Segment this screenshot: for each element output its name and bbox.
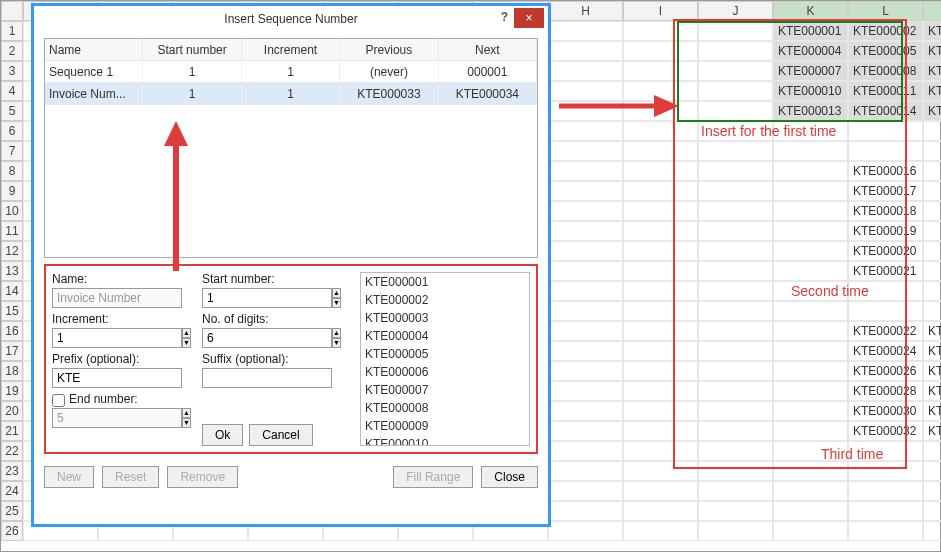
row-header[interactable]: 14 (1, 281, 23, 301)
cell[interactable] (698, 161, 773, 181)
cell[interactable] (773, 281, 848, 301)
row-header[interactable]: 24 (1, 481, 23, 501)
cell[interactable] (773, 141, 848, 161)
cell[interactable] (698, 141, 773, 161)
cell[interactable] (623, 301, 698, 321)
cell[interactable] (623, 281, 698, 301)
cell[interactable]: KTE000033 (923, 421, 941, 441)
cell[interactable] (698, 61, 773, 81)
suffix-input[interactable] (202, 368, 332, 388)
cell[interactable] (923, 441, 941, 461)
cell[interactable]: KTE000011 (848, 81, 923, 101)
cell[interactable]: KTE000026 (848, 361, 923, 381)
reset-button[interactable]: Reset (102, 466, 159, 488)
cell[interactable]: KTE000030 (848, 401, 923, 421)
cell[interactable] (773, 461, 848, 481)
fill-range-button[interactable]: Fill Range (393, 466, 473, 488)
spin-up[interactable]: ▲ (332, 328, 341, 338)
cell[interactable] (548, 301, 623, 321)
cell[interactable] (548, 401, 623, 421)
cell[interactable] (698, 301, 773, 321)
cell[interactable] (773, 261, 848, 281)
cell[interactable] (923, 521, 941, 541)
row-header[interactable]: 10 (1, 201, 23, 221)
cell[interactable] (623, 481, 698, 501)
cell[interactable] (623, 381, 698, 401)
row-header[interactable]: 5 (1, 101, 23, 121)
cell[interactable] (773, 161, 848, 181)
cell[interactable] (923, 461, 941, 481)
column-header[interactable] (1, 1, 23, 21)
cell[interactable] (623, 121, 698, 141)
row-header[interactable]: 17 (1, 341, 23, 361)
cell[interactable] (923, 141, 941, 161)
cell[interactable] (773, 321, 848, 341)
cell[interactable] (623, 21, 698, 41)
cell[interactable] (773, 221, 848, 241)
help-button[interactable]: ? (501, 10, 508, 24)
row-header[interactable]: 3 (1, 61, 23, 81)
spin-down[interactable]: ▼ (332, 298, 341, 308)
cell[interactable] (848, 141, 923, 161)
row-header[interactable]: 23 (1, 461, 23, 481)
cell[interactable] (623, 361, 698, 381)
cell[interactable] (698, 101, 773, 121)
cell[interactable] (923, 121, 941, 141)
cell[interactable] (773, 401, 848, 421)
cell[interactable] (548, 481, 623, 501)
cell[interactable] (773, 421, 848, 441)
cell[interactable] (623, 441, 698, 461)
cell[interactable]: KTE000007 (773, 61, 848, 81)
cell[interactable]: KTE000003 (923, 21, 941, 41)
column-header[interactable]: J (698, 1, 773, 21)
cell[interactable] (548, 61, 623, 81)
cell[interactable]: KTE000020 (848, 241, 923, 261)
col-next[interactable]: Next (439, 39, 537, 60)
cell[interactable] (548, 141, 623, 161)
row-header[interactable]: 6 (1, 121, 23, 141)
row-header[interactable]: 21 (1, 421, 23, 441)
column-header[interactable]: H (548, 1, 623, 21)
cell[interactable] (848, 521, 923, 541)
cell[interactable]: KTE000022 (848, 321, 923, 341)
cell[interactable] (698, 21, 773, 41)
cell[interactable] (848, 121, 923, 141)
cell[interactable] (773, 181, 848, 201)
cell[interactable] (923, 221, 941, 241)
cancel-button[interactable]: Cancel (249, 424, 312, 446)
cell[interactable] (923, 161, 941, 181)
cell[interactable] (773, 201, 848, 221)
cell[interactable] (698, 521, 773, 541)
cell[interactable]: KTE000023 (923, 321, 941, 341)
cell[interactable]: KTE000017 (848, 181, 923, 201)
cell[interactable] (548, 21, 623, 41)
row-header[interactable]: 12 (1, 241, 23, 261)
cell[interactable] (923, 501, 941, 521)
row-header[interactable]: 4 (1, 81, 23, 101)
cell[interactable] (698, 421, 773, 441)
ok-button[interactable]: Ok (202, 424, 243, 446)
cell[interactable]: KTE000031 (923, 401, 941, 421)
spin-up[interactable]: ▲ (182, 408, 191, 418)
cell[interactable] (923, 281, 941, 301)
cell[interactable] (548, 421, 623, 441)
cell[interactable]: KTE000029 (923, 381, 941, 401)
cell[interactable] (698, 401, 773, 421)
cell[interactable] (773, 341, 848, 361)
row-header[interactable]: 22 (1, 441, 23, 461)
cell[interactable]: KTE000005 (848, 41, 923, 61)
cell[interactable] (698, 321, 773, 341)
col-prev[interactable]: Previous (340, 39, 438, 60)
cell[interactable] (623, 421, 698, 441)
cell[interactable] (698, 201, 773, 221)
cell[interactable] (548, 461, 623, 481)
row-header[interactable]: 15 (1, 301, 23, 321)
prefix-input[interactable] (52, 368, 182, 388)
cell[interactable] (698, 481, 773, 501)
cell[interactable]: KTE000001 (773, 21, 848, 41)
cell[interactable] (548, 161, 623, 181)
cell[interactable] (623, 401, 698, 421)
cell[interactable] (773, 121, 848, 141)
cell[interactable] (623, 161, 698, 181)
col-name[interactable]: Name (45, 39, 143, 60)
